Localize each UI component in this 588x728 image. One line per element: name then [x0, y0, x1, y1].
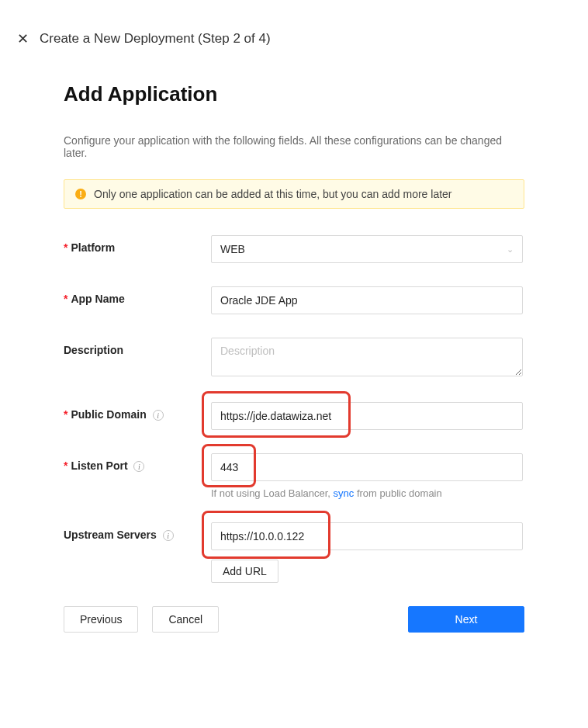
page-step: Create a New Deployment (Step 2 of 4) — [40, 31, 271, 47]
public-domain-input[interactable] — [211, 402, 523, 430]
description-input[interactable] — [211, 338, 523, 376]
platform-label: *Platform — [64, 235, 211, 254]
info-icon[interactable]: i — [153, 410, 164, 421]
info-icon[interactable]: i — [133, 461, 144, 472]
previous-button[interactable]: Previous — [64, 606, 138, 633]
page-title: Add Application — [64, 82, 524, 106]
cancel-button[interactable]: Cancel — [152, 606, 219, 633]
description-label: Description — [64, 338, 211, 356]
platform-value: WEB — [220, 243, 245, 255]
warning-icon: ! — [75, 189, 86, 199]
warning-banner: ! Only one application can be added at t… — [64, 179, 524, 209]
public-domain-label: *Public Domain i — [64, 402, 211, 421]
listen-port-label: *Listen Port i — [64, 453, 211, 472]
upstream-input[interactable] — [211, 522, 523, 550]
info-icon[interactable]: i — [163, 530, 174, 541]
app-name-label: *App Name — [64, 286, 211, 305]
page-subtitle: Configure your application with the foll… — [64, 134, 524, 159]
platform-select[interactable]: WEB ⌄ — [211, 235, 523, 263]
upstream-label: Upstream Servers i — [64, 522, 211, 541]
listen-port-hint: If not using Load Balancer, sync from pu… — [211, 487, 523, 499]
chevron-down-icon: ⌄ — [507, 244, 514, 255]
add-url-button[interactable]: Add URL — [211, 560, 278, 583]
listen-port-input[interactable] — [211, 453, 523, 481]
app-name-input[interactable] — [211, 286, 523, 314]
warning-text: Only one application can be added at thi… — [94, 188, 452, 200]
sync-link[interactable]: sync — [334, 487, 355, 499]
close-icon[interactable]: ✕ — [17, 32, 29, 46]
next-button[interactable]: Next — [408, 606, 524, 633]
